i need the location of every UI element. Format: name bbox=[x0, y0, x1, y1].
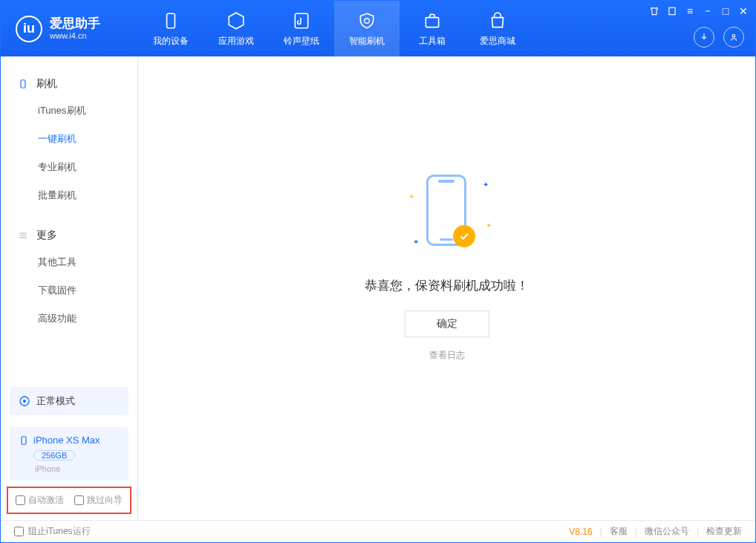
block-itunes-checkbox[interactable]: 阻止iTunes运行 bbox=[14, 525, 91, 538]
list-icon bbox=[17, 230, 29, 241]
header-action-icons bbox=[694, 27, 744, 48]
device-icon bbox=[160, 10, 181, 31]
footer-right: V8.16 | 客服 | 微信公众号 | 检查更新 bbox=[569, 525, 742, 538]
svg-rect-2 bbox=[426, 17, 438, 27]
nav-tab-my-device[interactable]: 我的设备 bbox=[138, 1, 203, 56]
status-icon bbox=[19, 395, 30, 407]
mode-label: 正常模式 bbox=[36, 394, 75, 408]
header-bar: iu 爱思助手 www.i4.cn 我的设备 应用游戏 铃声壁纸 智能刷机 工具… bbox=[1, 1, 755, 56]
nav-tab-ringtones[interactable]: 铃声壁纸 bbox=[269, 1, 334, 56]
close-button[interactable]: ✕ bbox=[737, 5, 749, 17]
device-capacity: 256GB bbox=[33, 450, 75, 461]
app-subtitle: www.i4.cn bbox=[50, 31, 100, 41]
sidebar-item-batch-flash[interactable]: 批量刷机 bbox=[1, 181, 137, 209]
svg-rect-0 bbox=[167, 13, 175, 28]
footer-bar: 阻止iTunes运行 V8.16 | 客服 | 微信公众号 | 检查更新 bbox=[1, 520, 755, 542]
app-title: 爱思助手 bbox=[50, 16, 100, 31]
notebook-icon[interactable] bbox=[666, 5, 678, 17]
device-info-box[interactable]: iPhone XS Max 256GB iPhone bbox=[10, 427, 128, 481]
body-area: 刷机 iTunes刷机 一键刷机 专业刷机 批量刷机 更多 其他工具 下载固件 … bbox=[1, 56, 755, 520]
sidebar-item-pro-flash[interactable]: 专业刷机 bbox=[1, 153, 137, 181]
nav-tabs: 我的设备 应用游戏 铃声壁纸 智能刷机 工具箱 爱思商城 bbox=[138, 1, 530, 56]
device-mode-box[interactable]: 正常模式 bbox=[10, 387, 128, 415]
sparkle-icon: ✦ bbox=[408, 192, 414, 201]
download-icon[interactable] bbox=[694, 27, 714, 48]
window-controls: ≡ － □ ✕ bbox=[648, 5, 749, 17]
sidebar-item-itunes-flash[interactable]: iTunes刷机 bbox=[1, 97, 137, 125]
nav-label: 爱思商城 bbox=[480, 35, 515, 48]
logo-text: 爱思助手 www.i4.cn bbox=[50, 16, 100, 42]
nav-label: 工具箱 bbox=[419, 35, 446, 48]
app-logo-icon: iu bbox=[16, 16, 42, 42]
sidebar-item-download-fw[interactable]: 下载固件 bbox=[1, 276, 137, 305]
block-itunes-input[interactable] bbox=[14, 527, 24, 536]
menu-icon[interactable]: ≡ bbox=[684, 5, 696, 17]
logo-area: iu 爱思助手 www.i4.cn bbox=[1, 16, 138, 42]
section-label: 更多 bbox=[36, 229, 57, 242]
nav-label: 智能刷机 bbox=[349, 35, 385, 48]
auto-activate-checkbox[interactable]: 自动激活 bbox=[16, 494, 64, 507]
check-badge-icon bbox=[453, 225, 475, 247]
sparkle-icon: ✦ bbox=[486, 221, 492, 230]
sparkle-icon: ✦ bbox=[483, 181, 489, 189]
sidebar-item-other-tools[interactable]: 其他工具 bbox=[1, 248, 137, 276]
svg-rect-5 bbox=[21, 80, 25, 88]
store-icon bbox=[487, 10, 508, 31]
refresh-shield-icon bbox=[356, 10, 377, 31]
device-name: iPhone XS Max bbox=[33, 435, 100, 446]
nav-label: 我的设备 bbox=[153, 35, 189, 48]
sidebar: 刷机 iTunes刷机 一键刷机 专业刷机 批量刷机 更多 其他工具 下载固件 … bbox=[1, 56, 138, 520]
svg-point-4 bbox=[732, 35, 735, 38]
success-illustration: ✦ ✦ ✦ ✦ bbox=[395, 170, 499, 259]
footer-link-support[interactable]: 客服 bbox=[610, 525, 628, 538]
skip-guide-input[interactable] bbox=[74, 495, 84, 505]
phone-icon bbox=[17, 78, 29, 90]
cube-icon bbox=[226, 10, 247, 31]
version-label: V8.16 bbox=[569, 527, 592, 537]
music-icon bbox=[291, 10, 312, 31]
svg-rect-1 bbox=[295, 13, 307, 28]
toolbox-icon bbox=[422, 10, 443, 31]
footer-link-update[interactable]: 检查更新 bbox=[706, 525, 742, 538]
device-type: iPhone bbox=[35, 464, 120, 473]
phone-small-icon bbox=[19, 435, 29, 446]
user-icon[interactable] bbox=[723, 27, 744, 48]
main-content: ✦ ✦ ✦ ✦ 恭喜您，保资料刷机成功啦！ 确定 查看日志 bbox=[138, 56, 755, 520]
sparkle-icon: ✦ bbox=[413, 238, 419, 246]
svg-point-7 bbox=[23, 400, 26, 403]
nav-tab-flash[interactable]: 智能刷机 bbox=[334, 1, 400, 56]
footer-link-wechat[interactable]: 微信公众号 bbox=[645, 525, 689, 538]
sidebar-section-flash: 刷机 bbox=[1, 71, 137, 97]
view-log-link[interactable]: 查看日志 bbox=[429, 349, 465, 362]
success-message: 恭喜您，保资料刷机成功啦！ bbox=[365, 277, 529, 294]
minimize-button[interactable]: － bbox=[702, 5, 714, 17]
nav-label: 铃声壁纸 bbox=[284, 35, 319, 48]
tshirt-icon[interactable] bbox=[648, 5, 660, 17]
section-label: 刷机 bbox=[36, 77, 57, 91]
sidebar-item-onekey-flash[interactable]: 一键刷机 bbox=[1, 125, 137, 153]
maximize-button[interactable]: □ bbox=[720, 5, 731, 17]
ok-button[interactable]: 确定 bbox=[405, 310, 489, 337]
nav-tab-toolbox[interactable]: 工具箱 bbox=[400, 1, 465, 56]
nav-tab-store[interactable]: 爱思商城 bbox=[465, 1, 530, 56]
device-name-row: iPhone XS Max bbox=[19, 435, 120, 446]
sidebar-section-more: 更多 bbox=[1, 223, 137, 248]
svg-rect-3 bbox=[669, 7, 675, 14]
svg-rect-8 bbox=[22, 436, 26, 444]
nav-tab-apps[interactable]: 应用游戏 bbox=[203, 1, 269, 56]
auto-activate-input[interactable] bbox=[16, 495, 25, 505]
sidebar-item-advanced[interactable]: 高级功能 bbox=[1, 305, 137, 333]
options-highlight-box: 自动激活 跳过向导 bbox=[7, 487, 131, 514]
nav-label: 应用游戏 bbox=[218, 35, 254, 48]
skip-guide-checkbox[interactable]: 跳过向导 bbox=[74, 494, 123, 507]
